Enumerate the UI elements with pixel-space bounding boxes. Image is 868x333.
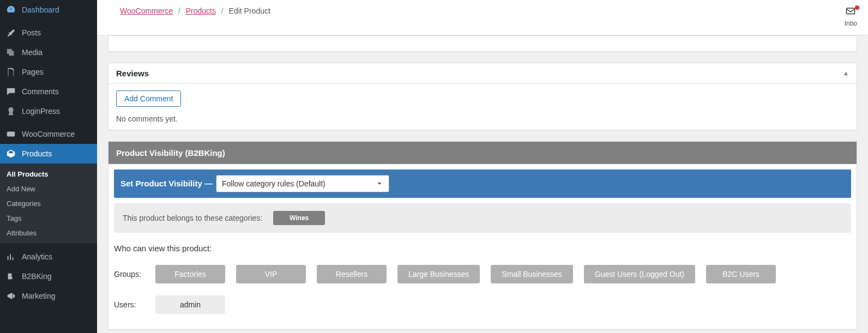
page-icon [5,66,16,77]
visibility-select[interactable]: Follow category rules (Default) [216,175,389,192]
sidebar-sub-add-new[interactable]: Add New [0,181,97,196]
sidebar-label: B2BKing [22,272,51,281]
sidebar-sub-tags[interactable]: Tags [0,211,97,226]
b2b-visibility-panel: Product Visibility (B2BKing) Set Product… [108,141,857,330]
sidebar-item-media[interactable]: Media [0,43,97,62]
group-tag-guest-users[interactable]: Guest Users (Logged Out) [584,265,695,283]
group-tag-resellers[interactable]: Resellers [317,265,387,283]
groups-row: Groups: Factories VIP Resellers Large Bu… [108,263,857,293]
group-tag-large-businesses[interactable]: Large Businesses [397,265,480,283]
inbox-icon [845,7,857,20]
category-label: This product belongs to these categories… [123,214,262,222]
sidebar-products-submenu: All Products Add New Categories Tags Att… [0,164,97,244]
sidebar-item-posts[interactable]: Posts [0,23,97,43]
sidebar-label: Marketing [22,292,55,300]
box-icon [5,148,16,159]
user-tag-admin[interactable]: admin [155,295,225,314]
sidebar-sub-categories[interactable]: Categories [0,196,97,211]
sidebar-item-b2bking[interactable]: B2BKing [0,267,97,286]
admin-sidebar: Dashboard Posts Media Pages Comments Log… [0,0,97,333]
sidebar-item-dashboard[interactable]: Dashboard [0,0,97,20]
no-comments-text: No comments yet. [116,114,849,123]
reviews-panel: Reviews ▲ Add Comment No comments yet. [108,63,857,130]
comment-icon [5,86,16,97]
visibility-bar-label: Set Product Visibility — [120,179,213,188]
panel-truncated [108,35,857,52]
group-tag-factories[interactable]: Factories [155,265,225,283]
breadcrumb-woocommerce[interactable]: WooCommerce [120,7,173,15]
sidebar-sub-attributes[interactable]: Attributes [0,226,97,240]
chart-icon [5,251,16,262]
sidebar-label: Posts [22,28,41,37]
inbox-label: Inbo [845,20,857,27]
chevron-down-icon [376,180,383,187]
sidebar-label: Dashboard [22,5,59,14]
sidebar-item-analytics[interactable]: Analytics [0,247,97,267]
visibility-select-value: Follow category rules (Default) [222,179,326,188]
groups-label: Groups: [114,270,144,278]
sidebar-label: Products [22,149,52,158]
reviews-title: Reviews [116,69,149,78]
reviews-panel-header[interactable]: Reviews ▲ [108,63,857,84]
category-row: This product belongs to these categories… [114,203,851,233]
sidebar-label: Comments [22,87,59,96]
media-icon [5,47,16,58]
content: Reviews ▲ Add Comment No comments yet. P… [97,35,868,333]
topbar: WooCommerce / Products / Edit Product In… [97,0,868,35]
sidebar-item-products[interactable]: Products [0,144,97,164]
breadcrumb-current: Edit Product [229,7,270,15]
users-label: Users: [114,300,144,309]
svg-rect-1 [847,8,855,14]
add-comment-button[interactable]: Add Comment [116,90,181,107]
svg-rect-0 [7,132,15,137]
woocommerce-icon [5,129,16,140]
visibility-bar: Set Product Visibility — Follow category… [114,169,851,198]
main-area: WooCommerce / Products / Edit Product In… [97,0,868,333]
breadcrumb-sep: / [221,7,224,15]
loginpress-icon [5,106,16,117]
sidebar-label: WooCommerce [22,130,75,138]
gauge-icon [5,4,16,15]
users-row: Users: admin [108,293,857,324]
sidebar-item-marketing[interactable]: Marketing [0,286,97,306]
sidebar-label: Media [22,48,43,57]
sidebar-item-comments[interactable]: Comments [0,82,97,101]
reviews-body: Add Comment No comments yet. [108,84,857,130]
category-chip-wines[interactable]: Wines [273,211,325,225]
sidebar-item-woocommerce[interactable]: WooCommerce [0,124,97,144]
breadcrumb-products[interactable]: Products [186,7,216,15]
b2bking-icon [5,271,16,282]
sidebar-label: Analytics [22,252,52,261]
who-label: Who can view this product: [108,240,857,263]
breadcrumb: WooCommerce / Products / Edit Product [120,7,270,15]
sidebar-sub-all-products[interactable]: All Products [0,167,97,181]
sidebar-label: Pages [22,68,44,76]
sidebar-label: LoginPress [22,107,60,116]
group-tag-small-businesses[interactable]: Small Businesses [491,265,573,283]
b2b-panel-header[interactable]: Product Visibility (B2BKing) [108,142,857,164]
inbox-button[interactable]: Inbo [845,7,857,27]
collapse-icon: ▲ [843,70,849,76]
group-tag-b2c-users[interactable]: B2C Users [706,265,776,283]
breadcrumb-sep: / [178,7,180,15]
sidebar-item-loginpress[interactable]: LoginPress [0,101,97,121]
megaphone-icon [5,290,16,301]
sidebar-item-pages[interactable]: Pages [0,62,97,82]
group-tag-vip[interactable]: VIP [236,265,306,283]
pin-icon [5,27,16,38]
notification-dot [855,5,859,10]
